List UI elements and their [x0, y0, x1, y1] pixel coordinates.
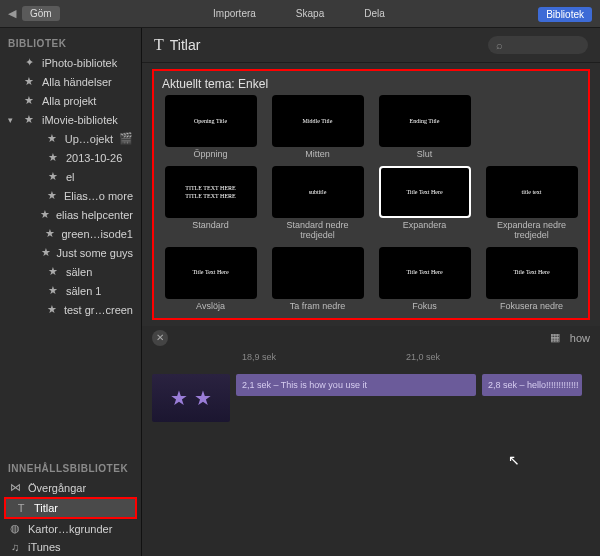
library-section-title: BIBLIOTEK [0, 28, 141, 53]
title-preset[interactable]: subtitleStandard nedre tredjedel [269, 166, 366, 241]
sidebar-item[interactable]: ✦iPhoto-bibliotek [0, 53, 141, 72]
ruler-tick: 18,9 sek [242, 352, 276, 362]
title-thumbnail[interactable]: TITLE TEXT HERETITLE TEXT HERE [165, 166, 257, 218]
note-icon: ♫ [8, 541, 22, 553]
sidebar-item[interactable]: ★sälen 1 [0, 281, 141, 300]
sidebar-item[interactable]: ★el [0, 167, 141, 186]
sidebar: BIBLIOTEK ✦iPhoto-bibliotek★Alla händels… [0, 28, 142, 556]
title-preset[interactable]: TITLE TEXT HERETITLE TEXT HEREStandard [162, 166, 259, 241]
star-icon: ★ [22, 113, 36, 126]
content-pane: T Titlar ⌕ Aktuellt tema: Enkel Opening … [142, 28, 600, 556]
title-thumbnail[interactable]: Title Text Here [379, 247, 471, 299]
back-icon[interactable]: ◀ [8, 7, 16, 20]
view-label: how [570, 332, 590, 344]
share-button[interactable]: Dela [364, 8, 385, 19]
sidebar-item[interactable]: ◍Kartor…kgrunder [0, 519, 141, 538]
sidebar-item-label: iPhoto-bibliotek [42, 57, 117, 69]
sidebar-item[interactable]: ★elias helpcenter [0, 205, 141, 224]
sidebar-item[interactable]: ★test gr…creen [0, 300, 141, 319]
title-thumbnail[interactable]: Title Text Here [379, 166, 471, 218]
view-grid-icon[interactable]: ▦ [550, 331, 560, 344]
sidebar-item-label: Kartor…kgrunder [28, 523, 112, 535]
star-icon: ✦ [22, 56, 36, 69]
sidebar-item-label: Titlar [34, 502, 58, 514]
bowtie-icon: ⋈ [8, 481, 22, 494]
title-preset[interactable]: title textExpandera nedre tredjedel [483, 166, 580, 241]
search-icon: ⌕ [496, 39, 503, 51]
ruler-tick: 21,0 sek [406, 352, 440, 362]
star-icon: ★ [46, 151, 60, 164]
title-thumbnail[interactable]: Opening Title [165, 95, 257, 147]
hide-button[interactable]: Göm [22, 6, 60, 21]
title-preset[interactable]: Title Text HereFokus [376, 247, 473, 312]
title-thumbnail[interactable]: Title Text Here [165, 247, 257, 299]
search-input[interactable]: ⌕ [488, 36, 588, 54]
title-clip[interactable]: 2,8 sek – hello!!!!!!!!!!!!! [482, 374, 582, 396]
sidebar-item[interactable]: ★Alla projekt [0, 91, 141, 110]
title-caption: Standard nedre tredjedel [269, 221, 366, 241]
title-caption: Ta fram nedre [290, 302, 346, 312]
sidebar-item[interactable]: ♫iTunes [0, 538, 141, 556]
sidebar-item[interactable]: ▾★iMovie-bibliotek [0, 110, 141, 129]
title-caption: Avslöja [196, 302, 225, 312]
T-icon: T [14, 502, 28, 514]
import-button[interactable]: Importera [213, 8, 256, 19]
title-preset[interactable]: Title Text HereAvslöja [162, 247, 259, 312]
sidebar-item-label: Just some guys [57, 247, 133, 259]
close-icon[interactable]: ✕ [152, 330, 168, 346]
title-preset[interactable]: Title Text HereExpandera [376, 166, 473, 241]
sidebar-item-label: elias helpcenter [56, 209, 133, 221]
sidebar-item-label: Övergångar [28, 482, 86, 494]
title-caption: Standard [192, 221, 229, 231]
sidebar-item[interactable]: ★Just some guys [0, 243, 141, 262]
sidebar-item[interactable]: ⋈Övergångar [0, 478, 141, 497]
title-preset[interactable]: Ta fram nedre [269, 247, 366, 312]
sidebar-item[interactable]: ★Alla händelser [0, 72, 141, 91]
globe-icon: ◍ [8, 522, 22, 535]
sidebar-item[interactable]: ★Elias…o more [0, 186, 141, 205]
title-thumbnail[interactable] [272, 247, 364, 299]
sidebar-item-label: iTunes [28, 541, 61, 553]
star-icon: ★ [45, 303, 58, 316]
star-icon: ★ [40, 208, 50, 221]
title-caption: Fokus [412, 302, 437, 312]
theme-label: Aktuellt tema: Enkel [162, 77, 580, 91]
star-icon: ★ [46, 132, 59, 145]
title-thumbnail[interactable]: subtitle [272, 166, 364, 218]
sidebar-item-label: Up…ojekt [65, 133, 113, 145]
create-button[interactable]: Skapa [296, 8, 324, 19]
title-preset[interactable]: Ending TitleSlut [376, 95, 473, 160]
sidebar-item[interactable]: ★2013-10-26 [0, 148, 141, 167]
star-icon: ★ [41, 246, 51, 259]
title-thumbnail[interactable]: Ending Title [379, 95, 471, 147]
sidebar-item-label: green…isode1 [61, 228, 133, 240]
star-icon: ★ [46, 170, 60, 183]
titles-panel: Aktuellt tema: Enkel Opening TitleÖppnin… [152, 69, 590, 320]
sidebar-item-label: test gr…creen [64, 304, 133, 316]
title-thumbnail[interactable]: title text [486, 166, 578, 218]
title-thumbnail[interactable]: Title Text Here [486, 247, 578, 299]
title-caption: Mitten [305, 150, 330, 160]
content-section-title: INNEHÅLLSBIBLIOTEK [0, 453, 141, 478]
title-preset[interactable]: Middle TitleMitten [269, 95, 366, 160]
sidebar-item[interactable]: ★Up…ojekt🎬 [0, 129, 141, 148]
title-clip[interactable]: 2,1 sek – This is how you use it [236, 374, 476, 396]
content-title: T Titlar [154, 36, 200, 54]
title-preset[interactable]: Opening TitleÖppning [162, 95, 259, 160]
star-icon: ★ [46, 265, 60, 278]
title-preset[interactable]: Title Text HereFokusera nedre [483, 247, 580, 312]
library-button[interactable]: Bibliotek [538, 7, 592, 22]
toolbar: ◀ Göm Importera Skapa Dela Bibliotek [0, 0, 600, 28]
star-icon: ★ [45, 189, 58, 202]
sidebar-item[interactable]: ★sälen [0, 262, 141, 281]
sidebar-item-label: sälen 1 [66, 285, 101, 297]
title-thumbnail[interactable]: Middle Title [272, 95, 364, 147]
titles-icon: T [154, 36, 164, 54]
sidebar-item[interactable]: ★green…isode1 [0, 224, 141, 243]
video-clip[interactable]: ★★ [152, 374, 230, 422]
sidebar-item[interactable]: TTitlar [6, 499, 135, 517]
star-icon: ★ [22, 75, 36, 88]
sidebar-item-label: Alla projekt [42, 95, 96, 107]
timeline-area: ✕ ▦ how 18,9 sek 21,0 sek ★★ 2,1 sek – T… [142, 326, 600, 556]
sidebar-item-label: el [66, 171, 75, 183]
